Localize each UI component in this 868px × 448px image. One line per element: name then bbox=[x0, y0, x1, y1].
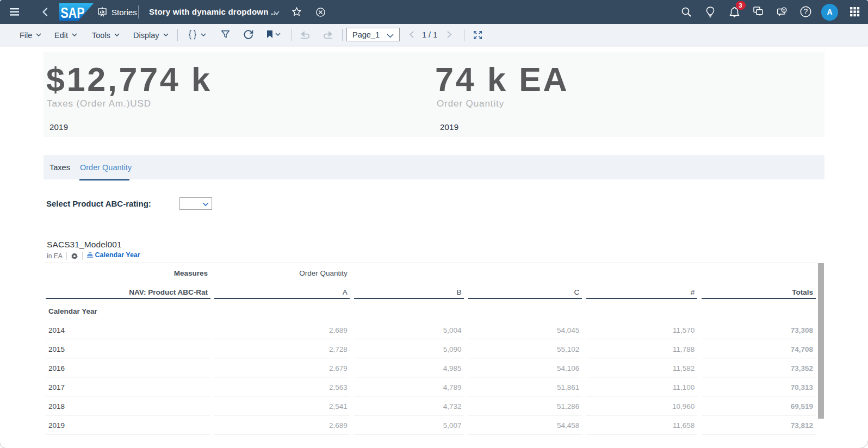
svg-text:SAP: SAP bbox=[61, 4, 85, 21]
